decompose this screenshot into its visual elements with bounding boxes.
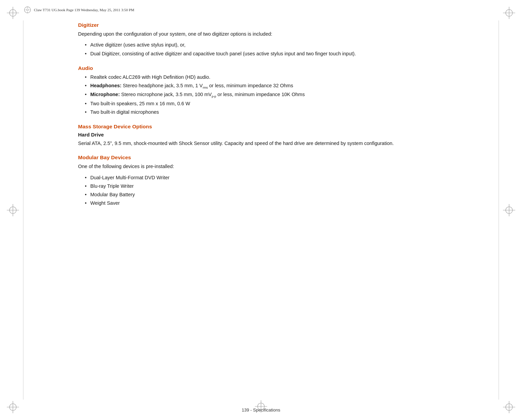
main-content: Digitizer Depending upon the configurati… bbox=[78, 22, 481, 400]
list-item: Realtek codec ALC269 with High Definitio… bbox=[85, 73, 481, 81]
header-text: Claw T731 UG.book Page 139 Wednesday, Ma… bbox=[34, 8, 134, 12]
audio-heading: Audio bbox=[78, 65, 481, 71]
crosshair-top-left bbox=[7, 7, 19, 19]
digitizer-section: Digitizer Depending upon the configurati… bbox=[78, 22, 481, 58]
crosshair-top-right bbox=[503, 7, 515, 19]
modular-bay-heading: Modular Bay Devices bbox=[78, 154, 481, 161]
digitizer-heading: Digitizer bbox=[78, 22, 481, 28]
list-item: Modular Bay Battery bbox=[85, 191, 481, 199]
audio-section: Audio Realtek codec ALC269 with High Def… bbox=[78, 65, 481, 116]
crosshair-mid-right bbox=[503, 204, 515, 216]
list-item: Weight Saver bbox=[85, 199, 481, 207]
svg-point-19 bbox=[26, 9, 29, 11]
digitizer-list: Active digitizer (uses active stylus inp… bbox=[78, 41, 481, 57]
list-item: Two built-in speakers, 25 mm x 16 mm, 0.… bbox=[85, 100, 481, 108]
top-bar: Claw T731 UG.book Page 139 Wednesday, Ma… bbox=[24, 6, 498, 14]
mass-storage-heading: Mass Storage Device Options bbox=[78, 124, 481, 130]
crosshair-bottom-center bbox=[255, 400, 267, 414]
modular-bay-intro: One of the following devices is pre-inst… bbox=[78, 163, 481, 170]
right-bar bbox=[499, 20, 499, 400]
top-bar-left: Claw T731 UG.book Page 139 Wednesday, Ma… bbox=[24, 6, 134, 14]
hard-drive-body: Serial ATA, 2.5”, 9.5 mm, shock-mounted … bbox=[78, 140, 481, 147]
list-item: Microphone: Stereo microphone jack, 3.5 … bbox=[85, 91, 481, 99]
audio-list: Realtek codec ALC269 with High Definitio… bbox=[78, 73, 481, 116]
hard-drive-subheading: Hard Drive bbox=[78, 132, 481, 138]
digitizer-intro: Depending upon the configuration of your… bbox=[78, 30, 481, 38]
crosshair-mid-left bbox=[7, 204, 19, 216]
list-item: Two built-in digital microphones bbox=[85, 108, 481, 116]
modular-bay-list: Dual-Layer Multi-Format DVD Writer Blu-r… bbox=[78, 174, 481, 207]
compass-icon bbox=[24, 6, 31, 14]
mass-storage-section: Mass Storage Device Options Hard Drive S… bbox=[78, 124, 481, 147]
page: Claw T731 UG.book Page 139 Wednesday, Ma… bbox=[0, 0, 522, 420]
left-bar bbox=[23, 20, 23, 400]
list-item: Active digitizer (uses active stylus inp… bbox=[85, 41, 481, 49]
list-item: Headphones: Stereo headphone jack, 3.5 m… bbox=[85, 82, 481, 90]
list-item: Blu-ray Triple Writer bbox=[85, 182, 481, 190]
list-item: Dual-Layer Multi-Format DVD Writer bbox=[85, 174, 481, 182]
modular-bay-section: Modular Bay Devices One of the following… bbox=[78, 154, 481, 207]
list-item: Dual Digitizer, consisting of active dig… bbox=[85, 50, 481, 58]
